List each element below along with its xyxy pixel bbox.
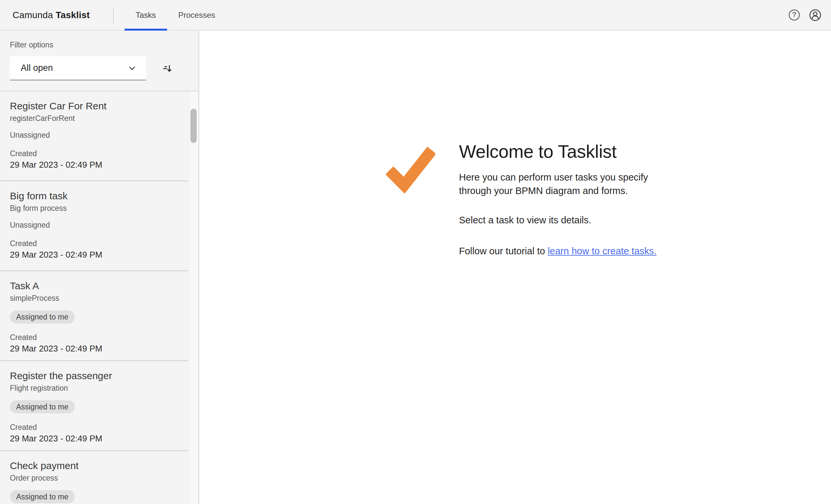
content-area: Filter options All open (0, 31, 831, 504)
tutorial-link[interactable]: learn how to create tasks. (548, 246, 656, 256)
task-card-task-a[interactable]: Task A simpleProcess Assigned to me Crea… (0, 271, 189, 361)
select-task-hint: Select a task to view its details. (459, 213, 657, 227)
task-assignee: Assigned to me (10, 400, 179, 413)
user-icon (809, 9, 821, 21)
task-title: Register Car For Rent (10, 100, 179, 112)
task-title: Big form task (10, 190, 179, 202)
task-meta: Created 29 Mar 2023 - 02:49 PM (10, 239, 179, 260)
tab-tasks-label: Tasks (136, 10, 156, 20)
help-button[interactable]: ? (788, 9, 800, 21)
task-title: Task A (10, 280, 179, 292)
header-divider (113, 7, 114, 23)
welcome-text: Welcome to Tasklist Here you can perform… (459, 141, 657, 258)
created-date: 29 Mar 2023 - 02:49 PM (10, 249, 179, 260)
task-assignee: Unassigned (10, 220, 179, 230)
created-date: 29 Mar 2023 - 02:49 PM (10, 433, 179, 444)
task-process-name: Big form process (10, 203, 179, 213)
task-assignee: Assigned to me (10, 490, 179, 503)
check-wrap (386, 144, 435, 198)
tasklist-app: Camunda Tasklist Tasks Processes ? (0, 0, 831, 504)
header-actions: ? (788, 0, 821, 30)
task-list-scrollbar-thumb[interactable] (191, 109, 197, 143)
created-label: Created (10, 149, 179, 158)
task-meta: Created 29 Mar 2023 - 02:49 PM (10, 423, 179, 444)
task-card-check-payment[interactable]: Check payment Order process Assigned to … (0, 451, 189, 504)
checkmark-icon (386, 144, 435, 197)
welcome-panel: Welcome to Tasklist Here you can perform… (386, 141, 657, 258)
filter-row: All open (10, 56, 189, 80)
task-list-scrollbar-track[interactable] (189, 91, 198, 504)
tab-tasks[interactable]: Tasks (124, 0, 167, 30)
assigned-to-me-badge: Assigned to me (10, 400, 75, 413)
task-meta: Created 29 Mar 2023 - 02:49 PM (10, 149, 179, 170)
task-title: Register the passenger (10, 369, 179, 382)
task-cards: Register Car For Rent registerCarForRent… (0, 91, 189, 504)
welcome-description-line2: through your BPMN diagram and forms. (459, 185, 628, 196)
tab-processes[interactable]: Processes (167, 0, 226, 30)
main-panel: Welcome to Tasklist Here you can perform… (199, 31, 831, 504)
tasks-sidebar: Filter options All open (0, 31, 199, 504)
user-menu-button[interactable] (809, 9, 821, 21)
chevron-down-icon (127, 64, 137, 73)
filter-dropdown-value: All open (21, 63, 53, 73)
task-process-name: registerCarForRent (10, 113, 179, 123)
tutorial-prefix: Follow our tutorial to (459, 246, 548, 256)
assigned-to-me-badge: Assigned to me (10, 490, 75, 503)
help-icon: ? (789, 9, 800, 21)
created-label: Created (10, 333, 179, 342)
task-title: Check payment (10, 459, 179, 472)
created-date: 29 Mar 2023 - 02:49 PM (10, 159, 179, 170)
task-card-register-car-for-rent[interactable]: Register Car For Rent registerCarForRent… (0, 91, 189, 181)
filter-options-label: Filter options (10, 40, 189, 50)
sort-tasks-button[interactable] (160, 61, 174, 76)
task-assignee: Assigned to me (10, 310, 179, 324)
welcome-title: Welcome to Tasklist (459, 141, 657, 162)
tutorial-line: Follow our tutorial to learn how to crea… (459, 244, 657, 258)
task-card-register-the-passenger[interactable]: Register the passenger Flight registrati… (0, 361, 189, 451)
filter-section: Filter options All open (0, 31, 198, 91)
brand-logo[interactable]: Camunda Tasklist (12, 10, 90, 21)
app-header: Camunda Tasklist Tasks Processes ? (0, 0, 831, 31)
filter-dropdown[interactable]: All open (10, 56, 146, 80)
task-list: Register Car For Rent registerCarForRent… (0, 91, 198, 504)
task-card-big-form-task[interactable]: Big form task Big form process Unassigne… (0, 181, 189, 271)
main-nav-tabs: Tasks Processes (124, 0, 226, 30)
created-label: Created (10, 423, 179, 432)
assigned-to-me-badge: Assigned to me (10, 310, 75, 324)
tab-processes-label: Processes (178, 10, 215, 20)
task-process-name: Order process (10, 473, 179, 483)
task-process-name: Flight registration (10, 383, 179, 393)
created-date: 29 Mar 2023 - 02:49 PM (10, 343, 179, 354)
created-label: Created (10, 239, 179, 248)
task-meta: Created 29 Mar 2023 - 02:49 PM (10, 333, 179, 354)
task-process-name: simpleProcess (10, 293, 179, 303)
sort-descending-icon (161, 62, 173, 75)
welcome-description-line1: Here you can perform user tasks you spec… (459, 172, 648, 182)
brand-product: Tasklist (56, 10, 90, 20)
brand-name: Camunda (12, 10, 53, 20)
task-assignee: Unassigned (10, 130, 179, 140)
welcome-description: Here you can perform user tasks you spec… (459, 171, 657, 198)
